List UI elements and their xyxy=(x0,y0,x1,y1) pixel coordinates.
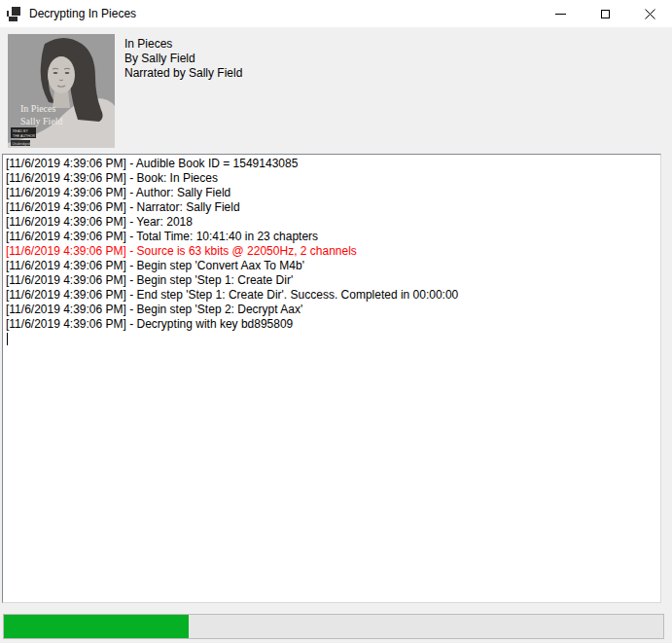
cover-author-text: Sally Field xyxy=(20,116,63,126)
text-caret xyxy=(7,333,8,345)
book-narrator: Narrated by Sally Field xyxy=(124,66,242,81)
book-info: In Pieces By Sally Field Narrated by Sal… xyxy=(124,37,242,81)
window-title: Decrypting In Pieces xyxy=(29,7,136,20)
log-line: [11/6/2019 4:39:06 PM] - Book: In Pieces xyxy=(6,171,657,186)
maximize-icon xyxy=(601,10,610,18)
book-title: In Pieces xyxy=(124,37,242,52)
log-line: [11/6/2019 4:39:06 PM] - Begin step 'Ste… xyxy=(6,273,657,288)
close-icon xyxy=(645,9,655,19)
minimize-button[interactable] xyxy=(538,0,583,27)
app-window: Decrypting In Pieces xyxy=(0,0,672,643)
book-author: By Sally Field xyxy=(124,52,242,66)
app-icon xyxy=(6,6,21,21)
log-line: [11/6/2019 4:39:06 PM] - Audible Book ID… xyxy=(6,157,657,171)
title-bar[interactable]: Decrypting In Pieces xyxy=(0,0,672,27)
cover-badge-line2: THE AUTHOR xyxy=(13,134,36,138)
progress-bar xyxy=(3,614,664,639)
log-lines: [11/6/2019 4:39:06 PM] - Audible Book ID… xyxy=(6,157,657,346)
log-line: [11/6/2019 4:39:06 PM] - Begin step 'Ste… xyxy=(6,303,657,317)
log-line: [11/6/2019 4:39:06 PM] - End step 'Step … xyxy=(6,288,657,303)
log-line: [11/6/2019 4:39:06 PM] - Narrator: Sally… xyxy=(6,200,657,215)
close-button[interactable] xyxy=(627,0,672,27)
cover-badge-line3: Unabridged xyxy=(13,142,31,146)
log-textbox[interactable]: [11/6/2019 4:39:06 PM] - Audible Book ID… xyxy=(2,154,661,603)
log-line: [11/6/2019 4:39:06 PM] - Year: 2018 xyxy=(6,215,657,230)
minimize-icon xyxy=(555,14,566,15)
progress-fill xyxy=(4,615,189,638)
log-line: [11/6/2019 4:39:06 PM] - Author: Sally F… xyxy=(6,186,657,200)
log-line: [11/6/2019 4:39:06 PM] - Decrypting with… xyxy=(6,317,657,332)
book-cover-image: In Pieces Sally Field READ BY THE AUTHOR… xyxy=(8,34,115,148)
log-line: [11/6/2019 4:39:06 PM] - Begin step 'Con… xyxy=(6,259,657,273)
log-line: [11/6/2019 4:39:06 PM] - Source is 63 kb… xyxy=(6,244,657,259)
cover-title-text: In Pieces xyxy=(20,103,55,114)
maximize-button[interactable] xyxy=(583,0,627,27)
window-controls xyxy=(538,0,672,27)
cover-badge-line1: READ BY xyxy=(13,129,28,133)
log-line xyxy=(6,332,657,346)
log-line: [11/6/2019 4:39:06 PM] - Total Time: 10:… xyxy=(6,230,657,244)
